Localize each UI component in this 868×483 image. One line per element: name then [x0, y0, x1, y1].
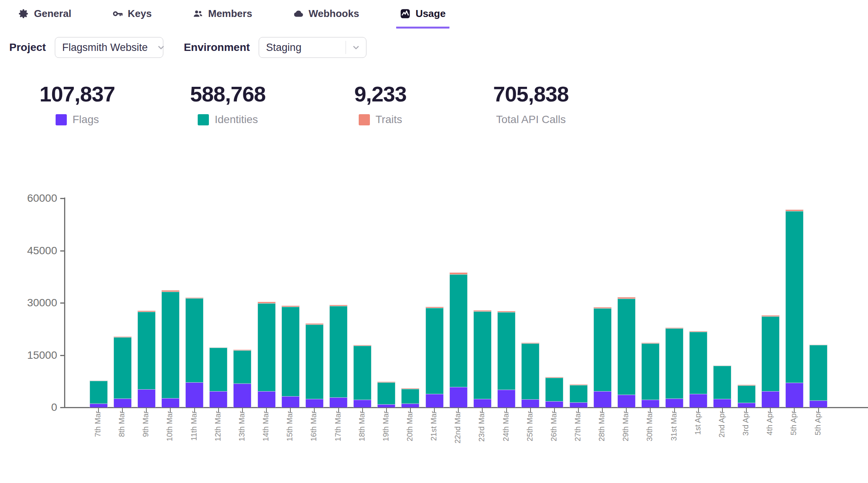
traits-segment — [785, 209, 804, 211]
bar-5th-apr — [785, 209, 804, 407]
x-tick — [290, 408, 291, 412]
x-tick — [338, 408, 339, 412]
flags-segment — [665, 399, 683, 407]
bar-2nd-apr — [713, 365, 731, 407]
flags-swatch — [56, 114, 67, 125]
flags-segment — [258, 391, 276, 407]
flags-segment — [329, 397, 348, 407]
chevron-down-icon — [346, 44, 366, 51]
bar-26th-mar — [545, 377, 563, 407]
identities-segment — [809, 345, 827, 400]
flags-segment — [305, 399, 324, 407]
x-tick-label: 12th Mar — [214, 411, 222, 473]
x-tick-label: 29th Mar — [621, 411, 630, 473]
identities-segment — [785, 211, 804, 382]
tab-members[interactable]: Members — [189, 5, 256, 27]
bar-10th-mar — [161, 290, 180, 407]
flags-segment — [761, 391, 780, 407]
traits-segment — [305, 323, 324, 324]
bar-17th-mar — [329, 305, 348, 407]
bar-19th-mar — [377, 382, 395, 407]
environment-select[interactable]: Staging — [259, 37, 366, 58]
flags-segment — [785, 383, 804, 407]
x-tick-label: 9th Mar — [141, 411, 150, 473]
traits-segment — [233, 350, 251, 350]
usage-chart-icon — [400, 8, 410, 19]
tab-usage[interactable]: Usage — [396, 5, 449, 29]
traits-segment — [593, 307, 612, 309]
bar-11th-mar — [185, 297, 203, 407]
traits-segment — [617, 297, 636, 299]
x-tick — [530, 408, 531, 412]
bar-25th-mar — [521, 343, 539, 407]
x-tick-label: 30th Mar — [645, 411, 654, 473]
bar-28th-mar — [593, 307, 612, 407]
traits-segment — [377, 382, 395, 382]
tab-label: Members — [208, 8, 252, 20]
traits-segment — [329, 305, 348, 306]
bar-21st-mar — [426, 307, 444, 407]
y-tick-label: 0 — [15, 402, 57, 413]
traits-segment — [161, 290, 180, 292]
traits-segment — [570, 384, 588, 385]
x-tick — [794, 408, 795, 412]
x-tick — [266, 408, 267, 412]
traits-segment — [713, 365, 731, 366]
traits-segment — [761, 315, 780, 316]
traits-segment — [449, 272, 468, 274]
identities-segment — [689, 332, 707, 394]
x-tick-label: 20th Mar — [405, 411, 414, 473]
identities-segment — [305, 324, 324, 399]
x-tick-label: 28th Mar — [597, 411, 606, 473]
environment-select-value: Staging — [259, 42, 346, 54]
tab-keys[interactable]: Keys — [108, 5, 156, 27]
traits-segment — [689, 331, 707, 332]
x-tick — [578, 408, 579, 412]
bar-14th-mar — [258, 302, 276, 407]
flags-segment — [689, 394, 707, 407]
stat-label: Flags — [73, 113, 99, 126]
bar-15th-mar — [281, 306, 300, 407]
x-tick-label: 13th Mar — [237, 411, 246, 473]
x-tick-label: 11th Mar — [190, 411, 198, 473]
x-tick-label: 22nd Mar — [453, 411, 462, 473]
x-tick-label: 23rd Mar — [477, 411, 486, 473]
key-icon — [112, 8, 123, 19]
y-tick-label: 30000 — [15, 297, 57, 309]
identities-segment — [258, 303, 276, 391]
project-select[interactable]: Flagsmith Website — [55, 37, 163, 58]
usage-stacked-bar-chart: 0150003000045000600007th Mar8th Mar9th M… — [0, 0, 868, 483]
tab-label: Usage — [415, 8, 446, 20]
flags-segment — [570, 402, 588, 407]
stat-value: 9,233 — [322, 82, 438, 106]
x-tick-label: 15th Mar — [285, 411, 294, 473]
identities-segment — [545, 378, 563, 401]
traits-segment — [545, 377, 563, 378]
flags-segment — [233, 383, 251, 407]
identities-segment — [497, 312, 515, 390]
flags-segment — [617, 395, 636, 407]
x-tick-label: 1st Apr — [693, 411, 702, 473]
x-tick-label: 3rd Apr — [741, 411, 750, 473]
x-tick — [194, 408, 195, 412]
traits-segment — [737, 385, 756, 385]
stat-identities: 588,768 Identities — [170, 82, 286, 126]
tab-webhooks[interactable]: Webhooks — [289, 5, 363, 27]
traits-segment — [185, 297, 203, 299]
x-tick-label: 2nd Apr — [717, 411, 726, 473]
flags-segment — [713, 399, 731, 407]
x-tick-label: 21st Mar — [429, 411, 438, 473]
x-tick-label: 25th Mar — [526, 411, 534, 473]
settings-tabs: General Keys Members Webhooks Usage — [15, 5, 449, 29]
x-tick — [146, 408, 147, 412]
identities-segment — [593, 308, 612, 391]
tab-general[interactable]: General — [15, 5, 75, 27]
traits-segment — [521, 343, 539, 343]
traits-segment — [497, 311, 515, 312]
stat-total-api-calls: 705,838 Total API Calls — [473, 82, 589, 126]
flags-segment — [114, 399, 132, 407]
identities-segment — [617, 299, 636, 395]
bar-30th-mar — [641, 343, 659, 407]
bar-20th-mar — [401, 388, 419, 407]
flags-segment — [377, 404, 395, 407]
